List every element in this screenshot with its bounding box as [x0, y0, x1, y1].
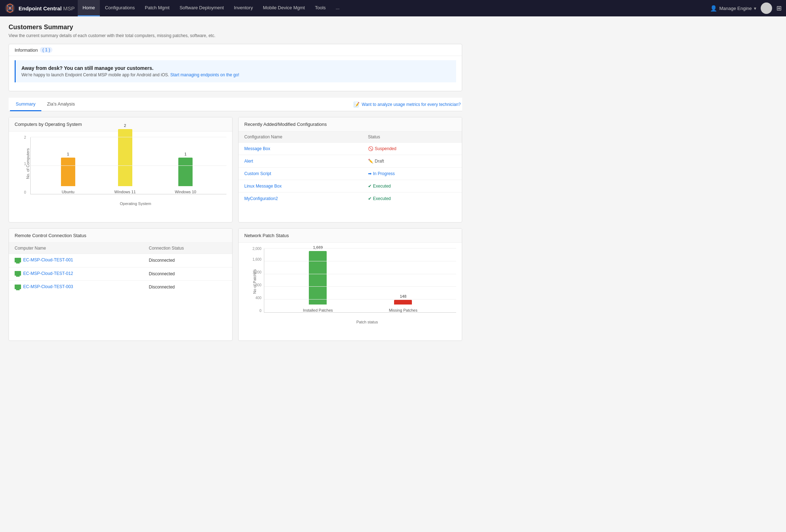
nav-software-deployment[interactable]: Software Deployment: [174, 0, 229, 16]
bar-missing-rect: [394, 300, 412, 305]
network-patch-chart: No of Patches 0 400 800 1,200 1,600 2,00…: [239, 243, 462, 341]
rc-row-003: EC-MSP-Cloud-TEST-003 Disconnected: [9, 281, 232, 294]
rc-link-001[interactable]: EC-MSP-Cloud-TEST-001: [23, 257, 73, 262]
bar-missing-patches: 148 Missing Patches: [389, 294, 417, 312]
nav-right: 👤 Manage Engine ▾ ⊞: [710, 2, 782, 14]
edit-icon: 📝: [353, 102, 359, 107]
computers-by-os-card: Computers by Operating System No. of Com…: [9, 117, 233, 222]
rc-status-001: Disconnected: [143, 254, 232, 267]
rc-row-001: EC-MSP-Cloud-TEST-001 Disconnected: [9, 254, 232, 267]
navbar: Endpoint Central MSP Home Configurations…: [0, 0, 786, 16]
patch-grid-40: [264, 286, 456, 287]
bar-installed-label: Installed Patches: [303, 308, 333, 312]
status-suspended-messagebox: 🚫 Suspended: [368, 146, 456, 151]
nav-mobile-device-mgmt[interactable]: Mobile Device Mgmt: [258, 0, 310, 16]
status-inprogress-customscript: ➡ In Progress: [368, 171, 456, 176]
info-box: Away from desk? You can still manage you…: [15, 60, 456, 82]
rc-status-012: Disconnected: [143, 267, 232, 281]
config-link-alert[interactable]: Alert: [244, 159, 253, 164]
patch-y-tick-400: 400: [255, 296, 261, 300]
tab-summary[interactable]: Summary: [10, 98, 41, 111]
brand-logo: [4, 2, 16, 14]
config-row-alert: Alert ✏️ Draft: [239, 155, 462, 168]
analyze-metrics-label: Want to analyze usage metrics for every …: [362, 102, 461, 107]
patch-grid-80: [264, 261, 456, 261]
patch-grid-60: [264, 274, 456, 274]
nav-more[interactable]: ...: [331, 0, 344, 16]
config-row-myconfig2: MyConfiguration2 ✔ Executed: [239, 193, 462, 205]
bar-installed-value: 1,669: [313, 245, 323, 250]
computer-icon-012: [15, 271, 21, 276]
info-tab-label: Information: [15, 47, 38, 53]
patch-y-tick-0: 0: [259, 309, 261, 313]
rc-link-003[interactable]: EC-MSP-Cloud-TEST-003: [23, 284, 73, 289]
patch-grid-20: [264, 299, 456, 300]
info-box-text: We're happy to launch Endpoint Central M…: [21, 72, 450, 77]
bar-installed-patches: 1,669 Installed Patches: [303, 245, 333, 312]
nav-patch-mgmt[interactable]: Patch Mgmt: [140, 0, 174, 16]
nav-configurations[interactable]: Configurations: [100, 0, 140, 16]
grid-line-50: [31, 165, 226, 166]
avatar[interactable]: [761, 2, 772, 14]
manage-engine-label: Manage Engine: [719, 6, 752, 11]
check-icon: ✔: [368, 184, 372, 189]
rc-status-003: Disconnected: [143, 281, 232, 294]
bar-windows11-rect: [118, 129, 132, 186]
y-tick-2: 2: [24, 135, 26, 139]
tab-zia-analysis[interactable]: Zia's Analysis: [41, 98, 81, 111]
brand-name: Endpoint Central MSP: [19, 5, 75, 11]
rc-row-012: EC-MSP-Cloud-TEST-012 Disconnected: [9, 267, 232, 281]
grid-line-100: [31, 137, 226, 137]
bar-missing-label: Missing Patches: [389, 308, 417, 312]
nav-tools[interactable]: Tools: [310, 0, 331, 16]
tab-bar: Summary Zia's Analysis 📝 Want to analyze…: [9, 98, 462, 111]
info-tab-header: Information ( 1 ): [9, 44, 462, 56]
computer-icon-003: [15, 285, 21, 289]
analyze-metrics-link[interactable]: 📝 Want to analyze usage metrics for ever…: [353, 99, 461, 110]
nav-home[interactable]: Home: [78, 0, 100, 16]
pencil-icon: ✏️: [368, 159, 373, 164]
col-connection-status: Connection Status: [143, 243, 232, 254]
bar-windows10: 1 Windows 10: [175, 152, 196, 194]
bar-ubuntu: 1 Ubuntu: [61, 152, 75, 194]
patch-y-tick-1200: 1,200: [252, 270, 261, 274]
info-tab-badge: Information ( 1 ): [15, 47, 52, 53]
info-box-link[interactable]: Start managing endpoints on the go!: [170, 72, 239, 77]
info-box-title: Away from desk? You can still manage you…: [21, 65, 450, 71]
network-patch-title: Network Patch Status: [239, 229, 462, 243]
chevron-down-icon: ▾: [754, 6, 756, 11]
col-computer-name: Computer Name: [9, 243, 143, 254]
nav-inventory[interactable]: Inventory: [229, 0, 258, 16]
info-tab-panel: Away from desk? You can still manage you…: [9, 60, 462, 91]
page-title: Customers Summary: [9, 24, 462, 31]
os-x-axis-label: Operating System: [30, 201, 226, 206]
config-link-linuxmsgbox[interactable]: Linux Message Box: [244, 184, 282, 189]
rc-link-012[interactable]: EC-MSP-Cloud-TEST-012: [23, 271, 73, 276]
arrow-icon: ➡: [368, 171, 372, 176]
config-link-customscript[interactable]: Custom Script: [244, 171, 271, 176]
config-link-messagebox[interactable]: Message Box: [244, 146, 270, 151]
configurations-card: Recently Added/Modified Configurations C…: [238, 117, 462, 222]
remote-control-table: Computer Name Connection Status EC-MSP-C…: [9, 243, 232, 294]
main-content: Customers Summary View the current summa…: [0, 16, 471, 348]
configurations-title: Recently Added/Modified Configurations: [239, 117, 462, 132]
status-draft-alert: ✏️ Draft: [368, 159, 456, 164]
col-config-name: Configuration Name: [239, 132, 362, 143]
info-panel: Information ( 1 ) Away from desk? You ca…: [9, 44, 462, 91]
network-patch-card: Network Patch Status No of Patches 0 400…: [238, 228, 462, 341]
y-tick-0: 0: [24, 190, 26, 194]
info-box-description: We're happy to launch Endpoint Central M…: [21, 72, 169, 77]
patch-y-tick-1600: 1,600: [252, 257, 261, 261]
status-executed-myconfig2: ✔ Executed: [368, 196, 456, 201]
info-tab-count: ( 1 ): [40, 47, 52, 53]
remote-control-card: Remote Control Connection Status Compute…: [9, 228, 233, 341]
config-row-messagebox: Message Box 🚫 Suspended: [239, 143, 462, 155]
bar-missing-value: 148: [400, 294, 406, 298]
config-link-myconfig2[interactable]: MyConfiguration2: [244, 196, 278, 201]
nav-items: Home Configurations Patch Mgmt Software …: [78, 0, 710, 16]
grid-icon[interactable]: ⊞: [776, 4, 782, 12]
patch-y-tick-800: 800: [255, 283, 261, 287]
computer-icon-001: [15, 258, 21, 262]
manage-engine-menu[interactable]: 👤 Manage Engine ▾: [710, 5, 756, 12]
patch-y-tick-2000: 2,000: [252, 247, 261, 251]
